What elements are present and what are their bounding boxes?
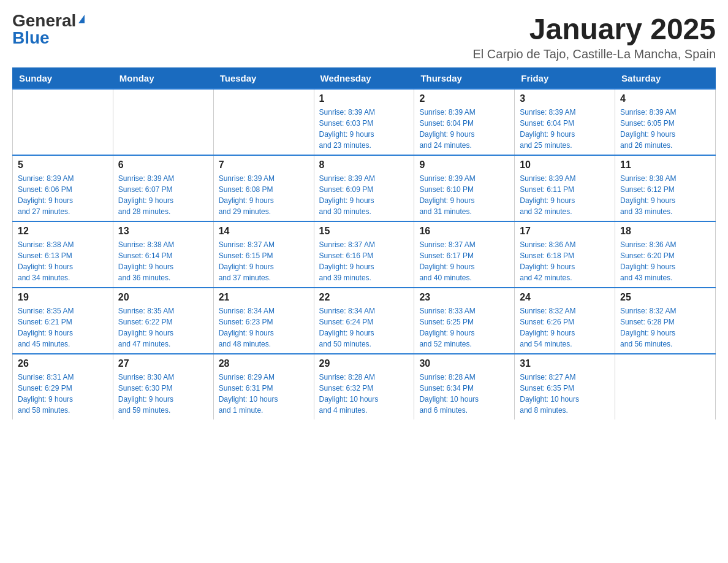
logo-blue-text: Blue [12, 29, 50, 47]
day-number: 27 [118, 358, 208, 369]
calendar-cell: 13Sunrise: 8:38 AM Sunset: 6:14 PM Dayli… [113, 221, 213, 288]
week-row-2: 5Sunrise: 8:39 AM Sunset: 6:06 PM Daylig… [13, 155, 716, 221]
day-number: 5 [18, 159, 108, 170]
calendar-cell: 2Sunrise: 8:39 AM Sunset: 6:04 PM Daylig… [414, 89, 515, 155]
column-header-sunday: Sunday [13, 68, 113, 90]
day-number: 29 [319, 358, 409, 369]
week-row-1: 1Sunrise: 8:39 AM Sunset: 6:03 PM Daylig… [13, 89, 716, 155]
column-header-saturday: Saturday [615, 68, 716, 90]
calendar-cell: 8Sunrise: 8:39 AM Sunset: 6:09 PM Daylig… [314, 155, 414, 221]
calendar-cell: 18Sunrise: 8:36 AM Sunset: 6:20 PM Dayli… [615, 221, 716, 288]
day-info: Sunrise: 8:37 AM Sunset: 6:17 PM Dayligh… [419, 239, 509, 283]
title-area: January 2025 El Carpio de Tajo, Castille… [472, 12, 716, 61]
day-info: Sunrise: 8:38 AM Sunset: 6:13 PM Dayligh… [18, 239, 108, 283]
day-info: Sunrise: 8:35 AM Sunset: 6:21 PM Dayligh… [18, 305, 108, 350]
day-number: 7 [219, 159, 309, 170]
day-number: 22 [319, 292, 409, 303]
day-info: Sunrise: 8:38 AM Sunset: 6:12 PM Dayligh… [620, 173, 710, 217]
calendar-cell: 1Sunrise: 8:39 AM Sunset: 6:03 PM Daylig… [314, 89, 414, 155]
month-title: January 2025 [472, 12, 716, 46]
day-number: 20 [118, 292, 208, 303]
calendar-cell: 4Sunrise: 8:39 AM Sunset: 6:05 PM Daylig… [615, 89, 716, 155]
calendar-cell: 30Sunrise: 8:28 AM Sunset: 6:34 PM Dayli… [414, 354, 515, 419]
day-info: Sunrise: 8:38 AM Sunset: 6:14 PM Dayligh… [118, 239, 208, 283]
column-header-tuesday: Tuesday [213, 68, 314, 90]
day-number: 1 [319, 93, 409, 104]
day-info: Sunrise: 8:37 AM Sunset: 6:16 PM Dayligh… [319, 239, 409, 283]
day-info: Sunrise: 8:29 AM Sunset: 6:31 PM Dayligh… [219, 372, 309, 416]
day-info: Sunrise: 8:34 AM Sunset: 6:23 PM Dayligh… [219, 305, 309, 350]
day-number: 8 [319, 159, 409, 170]
day-number: 12 [18, 226, 108, 237]
day-info: Sunrise: 8:39 AM Sunset: 6:08 PM Dayligh… [219, 173, 309, 217]
calendar-cell [113, 89, 213, 155]
day-number: 31 [520, 358, 610, 369]
day-info: Sunrise: 8:36 AM Sunset: 6:20 PM Dayligh… [620, 239, 710, 283]
day-info: Sunrise: 8:39 AM Sunset: 6:04 PM Dayligh… [419, 107, 509, 151]
logo: General Blue [12, 12, 85, 47]
day-number: 11 [620, 159, 710, 170]
day-number: 6 [118, 159, 208, 170]
day-info: Sunrise: 8:34 AM Sunset: 6:24 PM Dayligh… [319, 305, 409, 350]
day-number: 9 [419, 159, 509, 170]
day-number: 18 [620, 226, 710, 237]
week-row-3: 12Sunrise: 8:38 AM Sunset: 6:13 PM Dayli… [13, 221, 716, 288]
day-info: Sunrise: 8:30 AM Sunset: 6:30 PM Dayligh… [118, 372, 208, 416]
calendar-cell: 21Sunrise: 8:34 AM Sunset: 6:23 PM Dayli… [213, 288, 314, 354]
day-number: 30 [419, 358, 509, 369]
calendar-cell: 10Sunrise: 8:39 AM Sunset: 6:11 PM Dayli… [515, 155, 615, 221]
day-number: 25 [620, 292, 710, 303]
calendar-cell: 11Sunrise: 8:38 AM Sunset: 6:12 PM Dayli… [615, 155, 716, 221]
calendar: SundayMondayTuesdayWednesdayThursdayFrid… [12, 67, 716, 419]
day-number: 10 [520, 159, 610, 170]
day-info: Sunrise: 8:39 AM Sunset: 6:11 PM Dayligh… [520, 173, 610, 217]
calendar-cell: 12Sunrise: 8:38 AM Sunset: 6:13 PM Dayli… [13, 221, 113, 288]
calendar-header: SundayMondayTuesdayWednesdayThursdayFrid… [13, 68, 716, 90]
day-number: 24 [520, 292, 610, 303]
day-number: 14 [219, 226, 309, 237]
day-number: 13 [118, 226, 208, 237]
column-header-friday: Friday [515, 68, 615, 90]
calendar-cell: 29Sunrise: 8:28 AM Sunset: 6:32 PM Dayli… [314, 354, 414, 419]
calendar-cell: 6Sunrise: 8:39 AM Sunset: 6:07 PM Daylig… [113, 155, 213, 221]
calendar-cell: 28Sunrise: 8:29 AM Sunset: 6:31 PM Dayli… [213, 354, 314, 419]
calendar-cell [615, 354, 716, 419]
logo-general-text: General [12, 12, 76, 29]
day-info: Sunrise: 8:36 AM Sunset: 6:18 PM Dayligh… [520, 239, 610, 283]
day-number: 15 [319, 226, 409, 237]
day-info: Sunrise: 8:39 AM Sunset: 6:09 PM Dayligh… [319, 173, 409, 217]
calendar-cell: 22Sunrise: 8:34 AM Sunset: 6:24 PM Dayli… [314, 288, 414, 354]
day-info: Sunrise: 8:39 AM Sunset: 6:04 PM Dayligh… [520, 107, 610, 151]
day-number: 3 [520, 93, 610, 104]
calendar-cell: 9Sunrise: 8:39 AM Sunset: 6:10 PM Daylig… [414, 155, 515, 221]
day-info: Sunrise: 8:33 AM Sunset: 6:25 PM Dayligh… [419, 305, 509, 350]
calendar-cell: 19Sunrise: 8:35 AM Sunset: 6:21 PM Dayli… [13, 288, 113, 354]
day-number: 28 [219, 358, 309, 369]
calendar-body: 1Sunrise: 8:39 AM Sunset: 6:03 PM Daylig… [13, 89, 716, 419]
day-info: Sunrise: 8:39 AM Sunset: 6:06 PM Dayligh… [18, 173, 108, 217]
day-number: 21 [219, 292, 309, 303]
day-info: Sunrise: 8:39 AM Sunset: 6:05 PM Dayligh… [620, 107, 710, 151]
day-number: 26 [18, 358, 108, 369]
day-info: Sunrise: 8:28 AM Sunset: 6:32 PM Dayligh… [319, 372, 409, 416]
day-number: 17 [520, 226, 610, 237]
header: General Blue January 2025 El Carpio de T… [12, 12, 716, 61]
column-header-monday: Monday [113, 68, 213, 90]
calendar-cell: 27Sunrise: 8:30 AM Sunset: 6:30 PM Dayli… [113, 354, 213, 419]
calendar-cell [13, 89, 113, 155]
day-info: Sunrise: 8:35 AM Sunset: 6:22 PM Dayligh… [118, 305, 208, 350]
day-number: 19 [18, 292, 108, 303]
day-number: 4 [620, 93, 710, 104]
calendar-cell: 3Sunrise: 8:39 AM Sunset: 6:04 PM Daylig… [515, 89, 615, 155]
day-info: Sunrise: 8:37 AM Sunset: 6:15 PM Dayligh… [219, 239, 309, 283]
week-row-5: 26Sunrise: 8:31 AM Sunset: 6:29 PM Dayli… [13, 354, 716, 419]
week-row-4: 19Sunrise: 8:35 AM Sunset: 6:21 PM Dayli… [13, 288, 716, 354]
logo-triangle-icon [78, 15, 85, 23]
day-number: 2 [419, 93, 509, 104]
day-info: Sunrise: 8:31 AM Sunset: 6:29 PM Dayligh… [18, 372, 108, 416]
calendar-cell: 31Sunrise: 8:27 AM Sunset: 6:35 PM Dayli… [515, 354, 615, 419]
calendar-cell: 23Sunrise: 8:33 AM Sunset: 6:25 PM Dayli… [414, 288, 515, 354]
day-number: 23 [419, 292, 509, 303]
day-info: Sunrise: 8:27 AM Sunset: 6:35 PM Dayligh… [520, 372, 610, 416]
calendar-cell: 20Sunrise: 8:35 AM Sunset: 6:22 PM Dayli… [113, 288, 213, 354]
